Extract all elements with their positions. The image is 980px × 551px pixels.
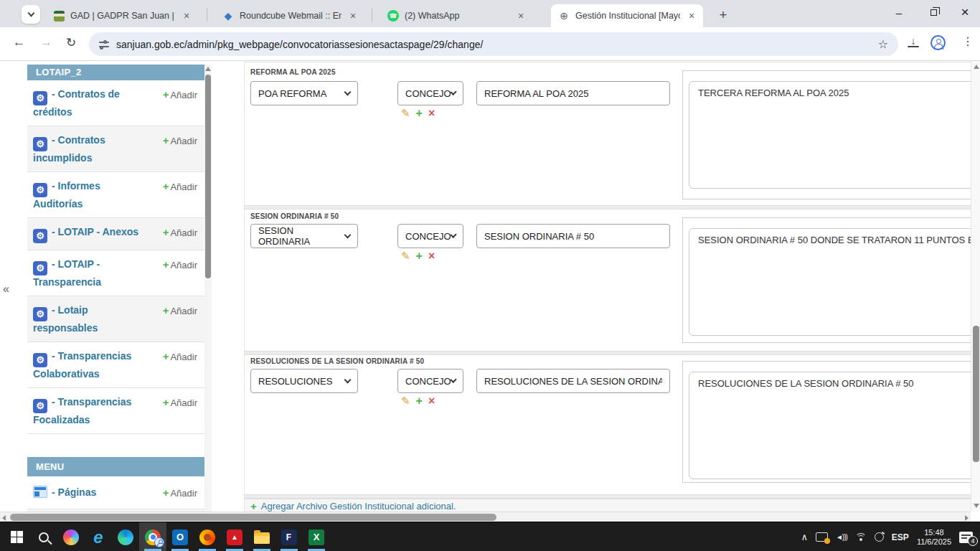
taskbar-firefox-button[interactable] — [194, 522, 221, 551]
edit-icon[interactable]: ✎ — [401, 395, 410, 408]
tab-gestion-active[interactable]: ⊕ Gestión Institucional [Mayo-202 × — [551, 4, 703, 27]
horizontal-scrollbar-thumb[interactable] — [10, 514, 496, 521]
new-tab-button[interactable]: + — [714, 6, 732, 25]
sidebar-item-lotaip-responsables[interactable]: +Añadir ⚙- Lotaip responsables — [27, 296, 204, 342]
add-link[interactable]: +Añadir — [163, 349, 197, 364]
tab-search-button[interactable] — [22, 5, 40, 24]
add-link[interactable]: +Añadir — [163, 395, 197, 410]
sidebar-scrollbar[interactable] — [204, 65, 212, 512]
taskbar-explorer-button[interactable] — [248, 522, 275, 551]
taskbar-outlook-button[interactable]: O — [166, 522, 194, 551]
title-input[interactable] — [476, 81, 670, 105]
org-select[interactable]: CONCEJO — [397, 224, 463, 248]
vertical-scrollbar[interactable] — [971, 61, 980, 512]
taskbar-chrome-button[interactable] — [139, 522, 166, 551]
sidebar-item-lotaip-transparencia[interactable]: +Añadir ⚙- LOTAIP - Transparencia — [27, 250, 204, 296]
add-icon[interactable]: + — [416, 395, 423, 408]
close-tab-icon[interactable]: × — [686, 10, 697, 22]
add-file-link[interactable]: Agregar Archivo Gestión Institucional ad… — [261, 501, 456, 512]
taskbar-edge-button[interactable] — [112, 522, 139, 551]
edit-icon[interactable]: ✎ — [401, 250, 410, 263]
chevron-down-icon — [27, 10, 34, 17]
type-select[interactable]: SESION ORDINARIA — [250, 224, 358, 248]
tray-chevron-up-icon[interactable]: ∧ — [801, 532, 808, 542]
delete-icon[interactable]: × — [428, 250, 435, 263]
type-select[interactable]: RESOLUCIONES — [250, 369, 358, 393]
add-link[interactable]: +Añadir — [163, 179, 197, 194]
tray-speaker-icon[interactable]: ◄))) — [836, 533, 847, 541]
description-textarea[interactable]: RESOLUCIONES DE LA SESION ORDINARIA # 50 — [689, 372, 971, 479]
sidebar-item-contratos-creditos[interactable]: +Añadir ⚙- Contratos de créditos — [27, 80, 204, 126]
tray-circle-icon[interactable] — [875, 532, 884, 542]
add-link[interactable]: +Añadir — [163, 133, 197, 148]
title-input[interactable] — [476, 224, 670, 248]
tray-language-indicator[interactable]: ESP — [892, 532, 909, 542]
windows-taskbar: e O ▲ F X ∧ ◄))) ESP 15:48 11/6/2025 4 — [0, 522, 980, 551]
delete-icon[interactable]: × — [428, 107, 435, 120]
add-icon[interactable]: + — [416, 107, 423, 120]
horizontal-scrollbar[interactable] — [0, 512, 971, 522]
add-link[interactable]: +Añadir — [163, 225, 197, 240]
back-icon[interactable]: ← — [13, 35, 25, 50]
close-window-button[interactable]: × — [950, 0, 980, 24]
close-tab-icon[interactable]: × — [181, 10, 192, 22]
sidebar-item-informes-auditorias[interactable]: +Añadir ⚙- Informes Auditorías — [27, 172, 204, 218]
browser-menu-icon[interactable]: ⋮ — [962, 34, 974, 48]
site-info-icon[interactable] — [99, 40, 109, 49]
sidebar-scrollbar-thumb[interactable] — [205, 75, 211, 278]
forward-icon[interactable]: → — [40, 35, 52, 50]
close-tab-icon[interactable]: × — [347, 10, 359, 22]
tray-wifi-icon[interactable] — [855, 533, 867, 542]
add-link[interactable]: +Añadir — [163, 303, 197, 318]
add-icon[interactable]: + — [416, 250, 423, 263]
tab-title: Roundcube Webmail :: Entrada — [240, 11, 341, 21]
tray-cast-icon[interactable] — [816, 532, 828, 542]
vertical-scrollbar-thumb[interactable] — [973, 326, 979, 462]
scroll-up-icon[interactable] — [205, 67, 211, 71]
scroll-up-icon[interactable] — [974, 65, 979, 69]
description-textarea[interactable]: TERCERA REFORMA AL POA 2025 — [689, 81, 971, 189]
add-link[interactable]: +Añadir — [163, 88, 197, 102]
scroll-down-icon[interactable] — [974, 504, 979, 508]
add-link[interactable]: +Añadir — [163, 486, 197, 500]
edge-icon — [118, 529, 133, 545]
description-textarea[interactable]: SESION ORDINARIA # 50 DONDE SE TRATARON … — [689, 228, 971, 336]
taskbar-ie-button[interactable]: e — [85, 522, 112, 551]
downloads-icon[interactable]: ↓ — [908, 37, 919, 47]
sidebar-item-paginas[interactable]: +Añadir - Páginas — [27, 476, 204, 509]
start-button[interactable] — [3, 522, 30, 551]
taskbar-fapp-button[interactable]: F — [275, 522, 303, 551]
sidebar-item-transparencias-focalizadas[interactable]: +Añadir ⚙- Transparencias Focalizadas — [27, 388, 204, 434]
taskbar-copilot-button[interactable] — [57, 522, 85, 551]
taskbar-acrobat-button[interactable]: ▲ — [221, 522, 248, 551]
notification-badge: 4 — [968, 536, 978, 546]
reload-icon[interactable]: ↻ — [66, 35, 76, 50]
minimize-button[interactable]: – — [884, 0, 914, 24]
close-tab-icon[interactable]: × — [515, 10, 527, 22]
sidebar-item-contratos-incumplidos[interactable]: +Añadir ⚙- Contratos incumplidos — [27, 126, 204, 172]
type-select[interactable]: POA REFORMA — [250, 81, 358, 105]
edit-icon[interactable]: ✎ — [401, 107, 410, 120]
scroll-right-icon[interactable] — [965, 515, 969, 521]
add-link[interactable]: +Añadir — [163, 258, 197, 272]
notification-center-icon[interactable]: 4 — [959, 532, 973, 543]
tab-roundcube[interactable]: ◆ Roundcube Webmail :: Entrada × — [215, 4, 364, 27]
title-input[interactable] — [476, 369, 670, 393]
tab-whatsapp[interactable]: ☎ (2) WhatsApp × — [380, 4, 532, 27]
delete-icon[interactable]: × — [428, 395, 435, 408]
taskbar-excel-button[interactable]: X — [303, 522, 330, 551]
sidebar-collapse-icon[interactable]: « — [3, 283, 9, 296]
restore-button[interactable] — [918, 0, 948, 24]
tray-clock[interactable]: 15:48 11/6/2025 — [917, 528, 951, 547]
sidebar-item-lotaip-anexos[interactable]: +Añadir ⚙- LOTAIP - Anexos — [27, 218, 204, 250]
bookmark-star-icon[interactable]: ☆ — [878, 37, 888, 51]
org-select[interactable]: CONCEJO — [397, 81, 463, 105]
scroll-left-icon[interactable] — [2, 515, 6, 521]
org-select[interactable]: CONCEJO — [397, 369, 463, 393]
tab-gad[interactable]: GAD | GADPR San Juan | × — [46, 4, 198, 27]
sidebar-section-header: LOTAIP_2 — [27, 65, 204, 80]
sidebar-item-transparencias-colaborativas[interactable]: +Añadir ⚙- Transparencias Colaborativas — [27, 342, 204, 388]
taskbar-search-button[interactable] — [30, 522, 57, 551]
address-bar[interactable]: sanjuan.gob.ec/admin/pkg_webpage/convoca… — [89, 32, 898, 56]
profile-avatar-icon[interactable] — [930, 35, 946, 50]
